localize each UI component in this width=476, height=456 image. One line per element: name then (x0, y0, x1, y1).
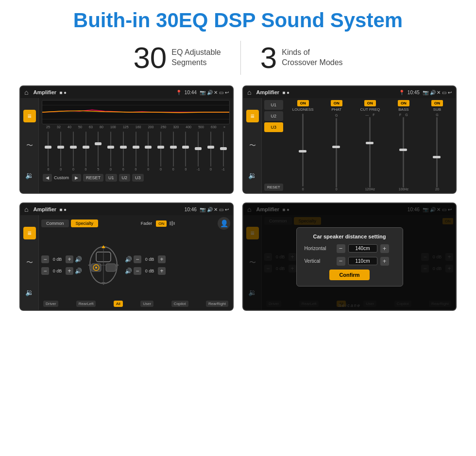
slider-320: 0 (180, 132, 191, 171)
rr-value: 0 dB (143, 269, 156, 273)
rl-plus[interactable]: + (66, 267, 73, 275)
slider-40: 0 (68, 132, 79, 171)
crossover-app-title: Amplifier (256, 89, 279, 95)
eq-bottom-bar: ◀ Custom ▶ RESET U1 U2 U3 (42, 172, 230, 183)
eq-icon[interactable]: ≡ (23, 110, 36, 122)
all-btn[interactable]: All (114, 301, 123, 307)
svg-marker-14 (116, 263, 119, 267)
vertical-plus-btn[interactable]: + (380, 257, 389, 266)
rr-plus[interactable]: + (158, 267, 166, 275)
speaker-icon[interactable]: 🔉 (23, 169, 36, 182)
user-icon[interactable]: 👤 (218, 217, 230, 230)
home-icon-3[interactable]: ⌂ (24, 205, 28, 213)
distance-screen-body: ≡ 〜 🔉 Common Specialty ON − (243, 215, 456, 310)
preset-u1[interactable]: U1 (264, 100, 283, 110)
specialty-status-bar: ⌂ Amplifier ■ ● 10:46 📷 🔊 ✕ ▭ ↩ (20, 203, 233, 215)
eq-u3-btn[interactable]: U3 (132, 174, 144, 182)
eq-prev-btn[interactable]: ◀ (43, 174, 52, 182)
eq-number: 30 (133, 43, 167, 73)
horizontal-label: Horizontal (305, 246, 334, 251)
eq-label: EQ AdjustableSegments (171, 48, 221, 68)
specialty-screen: ⌂ Amplifier ■ ● 10:46 📷 🔊 ✕ ▭ ↩ ≡ 〜 🔉 Co… (19, 203, 234, 311)
loudness-on[interactable]: ON (297, 100, 309, 106)
channel-loudness: ON LOUDNESS 0 (287, 100, 319, 191)
stats-row: 30 EQ AdjustableSegments 3 Kinds ofCross… (68, 41, 408, 75)
slider-32: 0 (55, 132, 67, 171)
channel-sub: ON SUB G 20 (421, 100, 453, 191)
fader-label: Fader (141, 221, 153, 226)
vertical-value: 110cm (348, 257, 377, 265)
eq-sidebar: ≡ 〜 🔉 (20, 98, 39, 193)
crossover-channels: ON LOUDNESS 0 ON PHAT (287, 100, 453, 191)
horizontal-row: Horizontal − 140cm + (305, 244, 395, 253)
eq-next-btn[interactable]: ▶ (72, 174, 81, 182)
preset-u3[interactable]: U3 (264, 122, 283, 132)
crossover-sidebar: ≡ 〜 🔉 (243, 98, 262, 193)
slider-63: 5 (93, 132, 104, 171)
confirm-button[interactable]: Confirm (329, 270, 369, 280)
channel-phat: ON PHAT G 0 (321, 100, 353, 191)
crossover-screen-body: ≡ 〜 🔉 U1 U2 U3 RESET (243, 98, 456, 193)
eq-icon-3[interactable]: ≡ (23, 227, 36, 239)
slider-125: 0 (130, 132, 141, 171)
stat-crossover: 3 Kinds ofCrossover Modes (241, 43, 362, 73)
crossover-label: Kinds ofCrossover Modes (282, 48, 342, 68)
user-btn[interactable]: User (140, 301, 153, 307)
tab-common[interactable]: Common (41, 220, 69, 227)
wave-icon-2[interactable]: 〜 (246, 139, 259, 152)
specialty-app-title: Amplifier (33, 206, 56, 212)
horizontal-value: 140cm (348, 244, 377, 253)
vertical-label: Vertical (305, 258, 334, 264)
slider-200: 0 (155, 132, 167, 171)
specialty-time: 10:46 (185, 207, 197, 212)
copilot-btn[interactable]: Copilot (171, 301, 188, 307)
screens-grid: ⌂ Amplifier ■ ● 📍 10:44 📷 🔊 ✕ ▭ ↩ ≡ 〜 🔉 (0, 85, 476, 311)
sub-on[interactable]: ON (431, 100, 443, 106)
slider-50: 0 (80, 132, 91, 171)
eq-icon-2[interactable]: ≡ (246, 110, 259, 122)
channel-bass: ON BASS FG 100Hz (388, 100, 420, 191)
vertical-row: Vertical − 110cm + (305, 257, 395, 266)
vertical-minus-btn[interactable]: − (337, 257, 345, 266)
cutfreq-on[interactable]: ON (364, 100, 376, 106)
tab-specialty[interactable]: Specialty (71, 220, 99, 227)
fr-minus[interactable]: − (134, 255, 141, 263)
preset-u2[interactable]: U2 (264, 111, 283, 121)
crossover-main: U1 U2 U3 RESET ON LOUDNESS (262, 98, 456, 193)
rearleft-btn[interactable]: RearLeft (76, 301, 96, 307)
eq-status-bar: ⌂ Amplifier ■ ● 📍 10:44 📷 🔊 ✕ ▭ ↩ (20, 86, 233, 98)
home-icon-2[interactable]: ⌂ (247, 88, 251, 96)
horizontal-plus-btn[interactable]: + (380, 244, 389, 253)
wave-icon-3[interactable]: 〜 (23, 256, 36, 269)
horizontal-minus-btn[interactable]: − (337, 244, 345, 253)
fr-plus[interactable]: + (158, 255, 166, 263)
crossover-reset-btn[interactable]: RESET (264, 184, 283, 191)
driver-btn[interactable]: Driver (43, 301, 58, 307)
rear-left-vol: − 0 dB + 🔊 (41, 267, 82, 275)
bass-on[interactable]: ON (398, 100, 409, 106)
rl-minus[interactable]: − (41, 267, 49, 275)
rr-minus[interactable]: − (134, 267, 141, 275)
speaker-layout: − 0 dB + 🔊 − 0 dB + 🔊 (41, 232, 230, 298)
home-icon[interactable]: ⌂ (24, 88, 28, 96)
slider-250: 0 (168, 132, 179, 171)
slider-25: 0 (43, 132, 54, 171)
wave-icon[interactable]: 〜 (23, 139, 36, 152)
eq-u1-btn[interactable]: U1 (105, 174, 117, 182)
eq-reset-btn[interactable]: RESET (83, 174, 103, 182)
slider-160: 0 (143, 132, 154, 171)
fl-minus[interactable]: − (41, 255, 49, 263)
stat-eq: 30 EQ AdjustableSegments (114, 43, 240, 73)
rearright-btn[interactable]: RearRight (206, 301, 228, 307)
eq-time: 10:44 (185, 90, 197, 95)
crossover-status-bar: ⌂ Amplifier ■ ● 📍 10:45 📷 🔊 ✕ ▭ ↩ (243, 86, 456, 98)
eq-custom-label: Custom (54, 175, 69, 180)
speaker-icon-3[interactable]: 🔉 (23, 286, 36, 299)
eq-u2-btn[interactable]: U2 (119, 174, 131, 182)
speaker-labels: Driver RearLeft All User Copilot RearRig… (41, 300, 230, 308)
crossover-number: 3 (260, 43, 277, 73)
phat-on[interactable]: ON (331, 100, 342, 106)
speaker-icon-2[interactable]: 🔉 (246, 169, 259, 182)
fl-plus[interactable]: + (66, 255, 73, 263)
eq-screen-body: ≡ 〜 🔉 (20, 98, 233, 193)
